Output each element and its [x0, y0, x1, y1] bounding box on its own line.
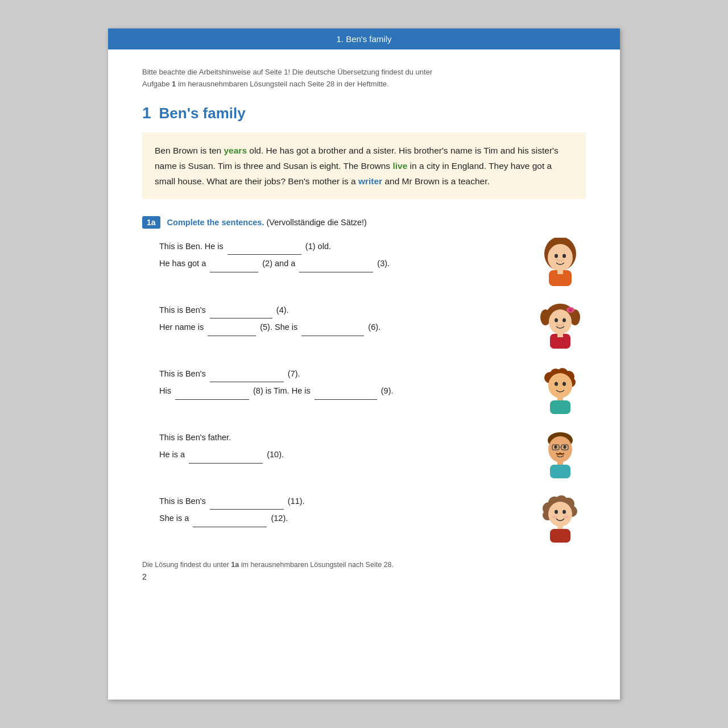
sentences-2: This is Ben's (4). Her name is (5). She … — [159, 301, 521, 336]
face-man-mustache-icon — [537, 429, 583, 480]
svg-rect-33 — [550, 400, 570, 414]
svg-point-29 — [548, 373, 572, 398]
face-2 — [535, 301, 586, 353]
blank-3[interactable] — [299, 272, 373, 272]
exercise-body: This is Ben. He is (1) old. He has got a… — [142, 238, 586, 544]
face-5 — [535, 493, 586, 544]
sentence-1-1: This is Ben. He is (1) old. — [159, 238, 521, 255]
exercise-instruction: Complete the sentences. (Vervollständige… — [167, 218, 367, 227]
face-girl-pigtails-icon — [537, 301, 583, 353]
page-header: 1. Ben's family — [108, 28, 620, 49]
page-number: 2 — [142, 572, 586, 581]
exercise-number: 1a — [142, 216, 160, 229]
sentence-3-2: His (8) is Tim. He is (9). — [159, 382, 521, 399]
blank-10[interactable] — [189, 463, 263, 464]
sentence-5-2: She is a (12). — [159, 510, 521, 527]
svg-point-17 — [562, 318, 566, 322]
svg-point-6 — [562, 259, 564, 260]
blank-6[interactable] — [301, 336, 364, 336]
exercise-section-1a: 1a Complete the sentences. (Vervollständ… — [142, 216, 586, 544]
reading-box: Ben Brown is ten years old. He has got a… — [142, 133, 586, 199]
svg-point-35 — [548, 436, 572, 462]
sentence-group-1: This is Ben. He is (1) old. He has got a… — [159, 238, 586, 289]
highlight-years: years — [224, 146, 247, 155]
svg-point-31 — [562, 382, 566, 386]
svg-rect-9 — [557, 270, 563, 274]
svg-point-30 — [555, 382, 558, 386]
page: 1. Ben's family Bitte beachte die Arbeit… — [108, 28, 620, 700]
svg-point-3 — [562, 254, 566, 258]
sentence-group-4: This is Ben's father. He is a (10). — [159, 429, 586, 480]
section-title: 1 Ben's family — [142, 104, 586, 122]
face-boy-curly-icon — [537, 365, 583, 416]
sentence-2-1: This is Ben's (4). — [159, 301, 521, 318]
sentence-4-2: He is a (10). — [159, 446, 521, 463]
section-heading: Ben's family — [159, 105, 246, 122]
face-3 — [535, 365, 586, 416]
instruction-text: Bitte beachte die Arbeitshinweise auf Se… — [142, 67, 586, 90]
sentence-3-1: This is Ben's (7). — [159, 365, 521, 382]
svg-point-19 — [559, 325, 560, 326]
svg-point-18 — [557, 324, 558, 325]
svg-point-2 — [555, 254, 558, 258]
svg-point-20 — [562, 324, 564, 325]
blank-12[interactable] — [193, 527, 267, 527]
svg-point-39 — [555, 445, 557, 449]
svg-point-40 — [564, 445, 566, 449]
svg-point-4 — [557, 259, 558, 260]
highlight-writer: writer — [358, 176, 382, 186]
sentence-5-1: This is Ben's (11). — [159, 493, 521, 510]
svg-point-53 — [563, 515, 569, 519]
svg-point-15 — [549, 309, 572, 334]
sentence-4-1: This is Ben's father. — [159, 429, 521, 446]
svg-point-7 — [561, 260, 562, 262]
exercise-header: 1a Complete the sentences. (Vervollständ… — [142, 216, 586, 229]
svg-point-1 — [548, 244, 573, 271]
svg-rect-23 — [557, 333, 563, 337]
svg-rect-55 — [550, 529, 570, 543]
svg-point-14 — [569, 308, 572, 312]
sentence-group-3: This is Ben's (7). His (8) is Tim. He is… — [159, 365, 586, 416]
svg-point-21 — [561, 325, 562, 326]
blank-2[interactable] — [210, 272, 258, 272]
footer-note: Die Lösung findest du unter 1a im heraus… — [142, 561, 586, 569]
svg-point-51 — [562, 510, 566, 514]
face-girl-freckles-icon — [537, 238, 583, 289]
sentence-2-2: Her name is (5). She is (6). — [159, 318, 521, 336]
page-content: Bitte beachte die Arbeitshinweise auf Se… — [108, 49, 620, 604]
blank-5[interactable] — [208, 336, 256, 336]
face-woman-curly-icon — [537, 493, 583, 544]
blank-8[interactable] — [175, 399, 249, 400]
sentence-1-2: He has got a (2) and a (3). — [159, 255, 521, 272]
svg-rect-42 — [550, 465, 570, 478]
highlight-live: live — [392, 161, 407, 171]
svg-point-52 — [552, 515, 557, 519]
sentences-1: This is Ben. He is (1) old. He has got a… — [159, 238, 521, 272]
sentences-3: This is Ben's (7). His (8) is Tim. He is… — [159, 365, 521, 400]
sentence-group-2: This is Ben's (4). Her name is (5). She … — [159, 301, 586, 353]
blank-9[interactable] — [315, 399, 377, 400]
sentences-5: This is Ben's (11). She is a (12). — [159, 493, 521, 527]
svg-point-5 — [559, 260, 560, 262]
section-number: 1 — [142, 104, 151, 122]
svg-point-50 — [555, 510, 558, 514]
sentence-group-5: This is Ben's (11). She is a (12). — [159, 493, 586, 544]
svg-point-49 — [548, 502, 572, 527]
sentences-4: This is Ben's father. He is a (10). — [159, 429, 521, 464]
face-4 — [535, 429, 586, 480]
svg-point-16 — [555, 318, 558, 322]
page-title: 1. Ben's family — [336, 34, 391, 44]
face-1 — [535, 238, 586, 289]
